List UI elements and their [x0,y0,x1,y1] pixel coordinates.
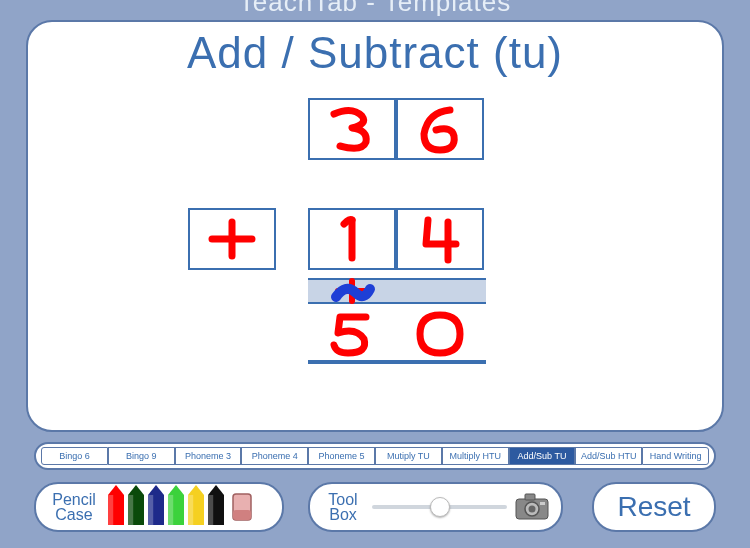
worksheet-canvas[interactable]: Add / Subtract (tu) [26,20,724,432]
tab-add-sub-tu[interactable]: Add/Sub TU [509,447,576,465]
svg-rect-28 [540,502,545,505]
svg-rect-6 [107,495,113,525]
cell-operator[interactable] [188,208,276,270]
pencil-0a4a0a[interactable] [126,485,146,525]
svg-marker-19 [208,485,224,495]
digit-5 [322,309,382,359]
digit-0 [410,309,470,359]
cell-top-tens[interactable] [308,98,396,160]
tab-mutiply-tu[interactable]: Mutiply TU [375,447,442,465]
cell-mid-tens[interactable] [308,208,396,270]
svg-rect-21 [207,495,213,525]
svg-rect-18 [187,495,193,525]
tab-phoneme-4[interactable]: Phoneme 4 [241,447,308,465]
reset-button[interactable]: Reset [592,482,716,532]
tab-multiply-htu[interactable]: Multiply HTU [442,447,509,465]
tool-box[interactable]: Tool Box [308,482,563,532]
digit-3 [322,104,382,154]
tab-bingo-6[interactable]: Bingo 6 [41,447,108,465]
svg-marker-13 [168,485,184,495]
slider-thumb[interactable] [430,497,450,517]
svg-rect-23 [233,510,251,520]
worksheet-title: Add / Subtract (tu) [48,28,702,78]
pencil-case-label: Pencil Case [46,492,102,522]
svg-marker-16 [188,485,204,495]
ans-tens[interactable] [308,308,396,360]
cell-top-units[interactable] [396,98,484,160]
app-title: TeachTab - Templates [0,0,750,20]
digit-6 [410,104,470,154]
carry-units[interactable] [396,280,484,302]
answer-row[interactable] [308,308,486,364]
plus-sign [202,214,262,264]
pencil-101010[interactable] [206,485,226,525]
carry-strip[interactable] [308,278,486,304]
tool-box-label: Tool Box [322,492,364,522]
tab-phoneme-3[interactable]: Phoneme 3 [175,447,242,465]
pencil-ff0000[interactable] [106,485,126,525]
tab-add-sub-htu[interactable]: Add/Sub HTU [575,447,642,465]
template-tabstrip: Bingo 6Bingo 9Phoneme 3Phoneme 4Phoneme … [34,442,716,470]
tab-bingo-9[interactable]: Bingo 9 [108,447,175,465]
digit-4 [410,214,470,264]
digit-1 [322,214,382,264]
svg-point-27 [529,506,536,513]
pencil-1e2a8a[interactable] [146,485,166,525]
pencil-f5d020[interactable] [186,485,206,525]
problem-grid[interactable] [48,78,702,408]
svg-marker-10 [148,485,164,495]
svg-rect-9 [127,495,133,525]
ans-units[interactable] [396,308,484,360]
carry-tens[interactable] [308,280,396,302]
svg-rect-25 [525,494,535,500]
svg-marker-4 [108,485,124,495]
svg-rect-15 [167,495,173,525]
camera-icon[interactable] [515,493,549,521]
tab-hand-writing[interactable]: Hand Writing [642,447,709,465]
svg-rect-12 [147,495,153,525]
pencil-case[interactable]: Pencil Case [34,482,284,532]
eraser-icon[interactable] [230,490,254,524]
svg-marker-7 [128,485,144,495]
size-slider[interactable] [372,497,507,517]
scribble [332,279,372,303]
tab-phoneme-5[interactable]: Phoneme 5 [308,447,375,465]
cell-mid-units[interactable] [396,208,484,270]
pencil-3cd23c[interactable] [166,485,186,525]
